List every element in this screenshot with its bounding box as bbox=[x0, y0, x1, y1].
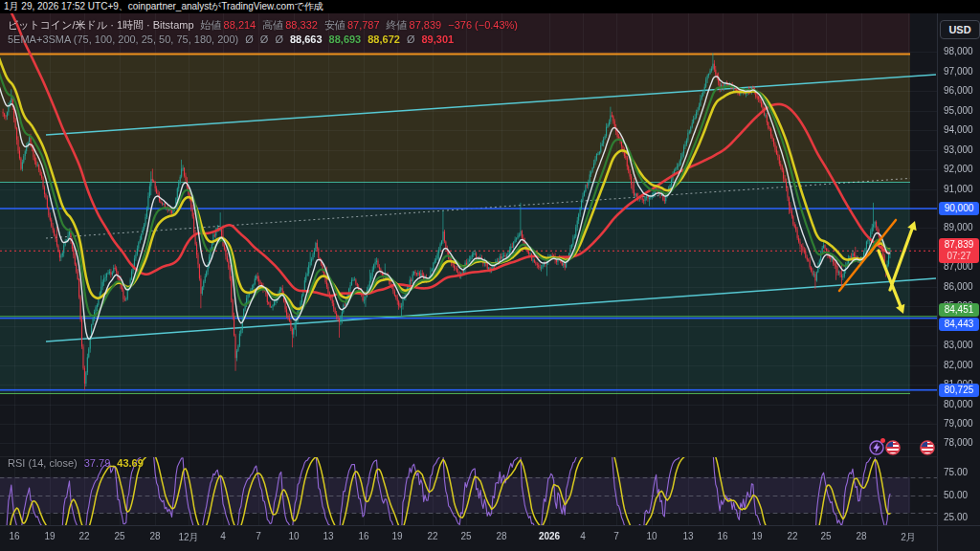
indicator-legend-part-0: 5EMA+3SMA (75, 100, 200, 25, 50, 75, 180… bbox=[8, 33, 238, 46]
indicator-legend-part-2: Ø bbox=[260, 33, 269, 46]
price-level-badge: 80,725 bbox=[939, 384, 979, 397]
price-badge-label: 84,451 bbox=[945, 304, 974, 315]
price-badge-label: 90,000 bbox=[945, 203, 974, 213]
indicator-legend-part-5: 88,693 bbox=[329, 33, 362, 46]
rsi-legend-part-0: RSI (14, close) bbox=[8, 457, 78, 470]
price-axis-label: 91,000 bbox=[944, 185, 973, 194]
price-axis-label: 79,000 bbox=[944, 419, 973, 429]
rsi-legend-part-2: 43.69 bbox=[117, 457, 144, 470]
rsi-axis-label: 50.00 bbox=[944, 491, 968, 500]
main-chart-canvas[interactable] bbox=[0, 0, 980, 551]
price-axis-label: 95,000 bbox=[944, 106, 973, 116]
symbol-legend-part-4: 88,332 bbox=[285, 19, 318, 32]
tradingview-snapshot: 1月 29, 2026 17:52 UTC+9、coinpartner_anal… bbox=[0, 0, 980, 551]
current-price-badge: 87,83907:27 bbox=[939, 238, 979, 263]
price-axis-label: 80,000 bbox=[944, 400, 973, 409]
price-axis-label: 97,000 bbox=[944, 67, 973, 77]
price-axis-label: 98,000 bbox=[944, 47, 973, 56]
indicator-legend-part-1: Ø bbox=[245, 33, 254, 46]
symbol-legend-part-2: 88,214 bbox=[224, 19, 256, 32]
price-axis-label: 96,000 bbox=[944, 86, 973, 96]
symbol-legend-part-9: −376 (−0.43%) bbox=[448, 19, 518, 32]
time-axis-label: 2月 bbox=[887, 531, 929, 544]
price-axis-label: 92,000 bbox=[944, 165, 973, 174]
indicator-legend-part-8: 89,301 bbox=[421, 33, 454, 46]
price-level-badge: 90,000 bbox=[939, 202, 979, 215]
time-axis-label: 28 bbox=[480, 531, 523, 541]
symbol-legend-part-7: 終値 bbox=[387, 19, 408, 32]
price-axis-label: 87,000 bbox=[944, 262, 973, 272]
symbol-legend-part-8: 87,839 bbox=[410, 19, 442, 32]
us-flag-event-icon[interactable] bbox=[920, 440, 935, 455]
rsi-axis-label: 75.00 bbox=[944, 468, 968, 477]
symbol-legend-part-1: 始値 bbox=[201, 19, 222, 32]
flash-event-icon[interactable] bbox=[869, 440, 884, 455]
currency-toggle-button[interactable]: USD bbox=[940, 20, 980, 39]
price-badge-label: 80,725 bbox=[945, 385, 974, 395]
price-axis-label: 89,000 bbox=[944, 223, 973, 232]
price-axis-label: 83,000 bbox=[944, 341, 973, 350]
price-axis-label: 93,000 bbox=[944, 145, 973, 155]
time-axis-label: 28 bbox=[840, 531, 882, 541]
price-axis-label: 86,000 bbox=[944, 282, 973, 292]
symbol-legend-part-5: 安値 bbox=[324, 19, 345, 32]
rsi-axis-label: 25.00 bbox=[944, 513, 968, 522]
symbol-legend[interactable]: ビットコイン/米ドル · 1時間 · Bitstamp始値88,214高値88,… bbox=[8, 19, 520, 32]
price-level-badge: 84,451 bbox=[939, 303, 979, 317]
indicator-legend-part-3: Ø bbox=[275, 33, 283, 46]
price-axis-label: 82,000 bbox=[944, 361, 973, 370]
indicator-legend-part-6: 88,672 bbox=[368, 33, 400, 46]
price-level-badge: 84,443 bbox=[939, 318, 979, 331]
indicator-legend[interactable]: 5EMA+3SMA (75, 100, 200, 25, 50, 75, 180… bbox=[8, 33, 456, 46]
symbol-legend-part-0: ビットコイン/米ドル · 1時間 · Bitstamp bbox=[8, 19, 194, 32]
indicator-legend-part-4: 88,663 bbox=[290, 33, 323, 46]
price-axis-label: 78,000 bbox=[944, 438, 973, 448]
symbol-legend-part-3: 高値 bbox=[262, 19, 283, 32]
attribution-bar: 1月 29, 2026 17:52 UTC+9、coinpartner_anal… bbox=[0, 0, 980, 13]
us-flag-event-icon[interactable] bbox=[885, 440, 901, 455]
countdown-timer: 07:27 bbox=[939, 251, 979, 261]
indicator-legend-part-7: Ø bbox=[407, 33, 415, 46]
price-badge-label: 87,839 bbox=[945, 239, 974, 250]
symbol-legend-part-6: 87,787 bbox=[347, 19, 380, 32]
rsi-legend[interactable]: RSI (14, close)37.7943.69 bbox=[8, 457, 145, 470]
attribution-text: 1月 29, 2026 17:52 UTC+9、coinpartner_anal… bbox=[4, 1, 323, 11]
price-badge-label: 84,443 bbox=[945, 319, 974, 329]
rsi-legend-part-1: 37.79 bbox=[84, 457, 111, 470]
price-axis-label: 94,000 bbox=[944, 125, 973, 135]
